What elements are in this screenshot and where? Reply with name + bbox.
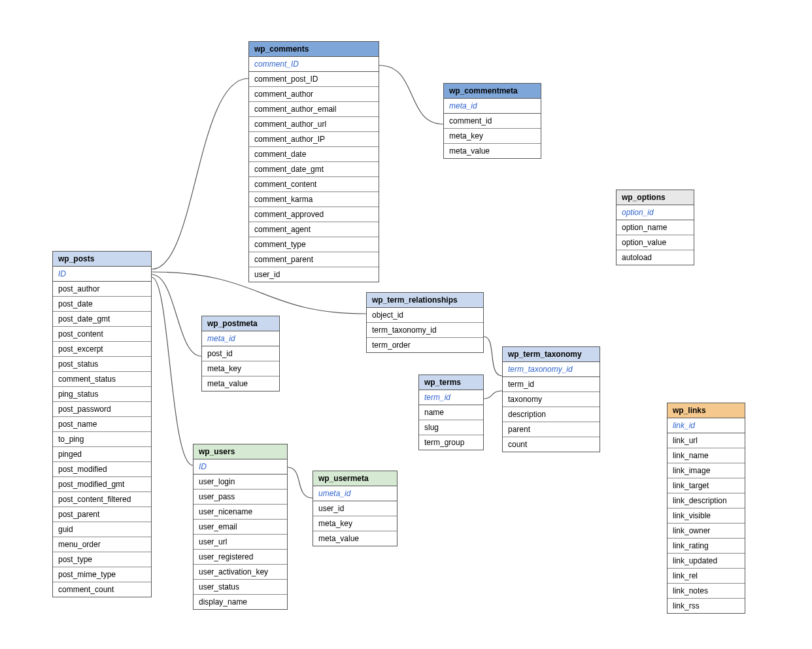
table-field: user_login [194, 474, 287, 490]
table-field: post_status [53, 357, 151, 372]
table-field: link_url [668, 433, 745, 448]
table-field: option_value [617, 235, 694, 250]
table-field: comment_type [249, 237, 379, 252]
table-field: link_image [668, 463, 745, 478]
table-field: comment_date [249, 147, 379, 162]
table-field: meta_value [444, 144, 541, 158]
table-field: meta_key [313, 516, 397, 531]
table-field: post_content_filtered [53, 492, 151, 507]
table-field: guid [53, 522, 151, 537]
table-field: user_id [313, 501, 397, 516]
table-field: post_excerpt [53, 342, 151, 357]
table-wp-links: wp_links link_id link_url link_name link… [667, 403, 745, 614]
table-field: comment_author_email [249, 102, 379, 117]
table-field: term_id [503, 377, 600, 392]
table-field: post_date_gmt [53, 312, 151, 327]
table-wp-term-taxonomy: wp_term_taxonomy term_taxonomy_id term_i… [502, 346, 600, 452]
table-header: wp_users [194, 444, 287, 459]
table-field: link_name [668, 448, 745, 463]
table-field: post_parent [53, 507, 151, 522]
table-field: post_date [53, 297, 151, 312]
table-wp-usermeta: wp_usermeta umeta_id user_id meta_key me… [313, 471, 398, 546]
table-field: post_modified [53, 462, 151, 477]
table-wp-terms: wp_terms term_id name slug term_group [418, 374, 484, 450]
table-pk: term_id [419, 390, 483, 405]
table-field: user_activation_key [194, 565, 287, 580]
table-header: wp_links [668, 403, 745, 418]
table-pk: ID [53, 267, 151, 282]
table-field: slug [419, 420, 483, 435]
table-pk: ID [194, 459, 287, 474]
table-field: link_rel [668, 569, 745, 584]
table-field: post_password [53, 402, 151, 417]
table-field: ping_status [53, 387, 151, 402]
table-pk: meta_id [202, 331, 279, 346]
table-field: comment_content [249, 177, 379, 192]
table-field: display_name [194, 595, 287, 609]
table-field: comment_status [53, 372, 151, 387]
table-field: post_type [53, 552, 151, 567]
table-field: user_status [194, 580, 287, 595]
table-field: term_group [419, 435, 483, 450]
table-wp-term-relationships: wp_term_relationships object_id term_tax… [366, 292, 484, 353]
table-field: menu_order [53, 537, 151, 552]
table-field: comment_parent [249, 252, 379, 267]
table-field: link_rss [668, 599, 745, 613]
table-field: comment_date_gmt [249, 162, 379, 177]
table-wp-posts: wp_posts ID post_author post_date post_d… [52, 251, 152, 597]
table-field: link_description [668, 493, 745, 508]
table-field: post_content [53, 327, 151, 342]
table-field: user_id [249, 267, 379, 282]
table-field: description [503, 407, 600, 422]
table-field: link_visible [668, 508, 745, 524]
table-field: user_pass [194, 490, 287, 505]
table-field: link_rating [668, 539, 745, 554]
table-field: link_target [668, 478, 745, 493]
table-pk: meta_id [444, 99, 541, 114]
table-field: post_id [202, 346, 279, 361]
table-field: taxonomy [503, 392, 600, 407]
table-field: count [503, 437, 600, 452]
table-header: wp_posts [53, 252, 151, 267]
table-field: meta_value [202, 376, 279, 391]
table-field: user_email [194, 520, 287, 535]
table-field: term_taxonomy_id [367, 323, 483, 338]
table-field: name [419, 405, 483, 420]
table-header: wp_term_relationships [367, 293, 483, 308]
table-field: post_modified_gmt [53, 477, 151, 492]
table-field: post_name [53, 417, 151, 432]
table-header: wp_comments [249, 42, 379, 57]
table-field: term_order [367, 338, 483, 352]
table-wp-comments: wp_comments comment_ID comment_post_ID c… [248, 41, 379, 282]
table-field: comment_post_ID [249, 72, 379, 87]
table-field: meta_value [313, 531, 397, 546]
table-header: wp_commentmeta [444, 84, 541, 99]
table-field: comment_id [444, 114, 541, 129]
table-field: link_updated [668, 554, 745, 569]
table-header: wp_terms [419, 375, 483, 390]
table-pk: umeta_id [313, 486, 397, 501]
table-field: meta_key [202, 361, 279, 376]
table-pk: link_id [668, 418, 745, 433]
table-field: meta_key [444, 129, 541, 144]
table-field: to_ping [53, 432, 151, 447]
table-pk: term_taxonomy_id [503, 362, 600, 377]
table-field: comment_count [53, 582, 151, 597]
table-field: post_author [53, 282, 151, 297]
table-header: wp_usermeta [313, 471, 397, 486]
table-field: pinged [53, 447, 151, 462]
table-pk: option_id [617, 205, 694, 220]
table-field: user_url [194, 535, 287, 550]
table-wp-users: wp_users ID user_login user_pass user_ni… [193, 444, 288, 610]
table-field: post_mime_type [53, 567, 151, 582]
table-field: comment_karma [249, 192, 379, 207]
table-wp-commentmeta: wp_commentmeta meta_id comment_id meta_k… [443, 83, 541, 159]
table-field: link_notes [668, 584, 745, 599]
table-field: user_registered [194, 550, 287, 565]
table-field: autoload [617, 250, 694, 265]
table-field: parent [503, 422, 600, 437]
table-wp-postmeta: wp_postmeta meta_id post_id meta_key met… [201, 316, 280, 391]
table-pk: comment_ID [249, 57, 379, 72]
table-field: comment_approved [249, 207, 379, 222]
table-wp-options: wp_options option_id option_name option_… [616, 190, 694, 265]
